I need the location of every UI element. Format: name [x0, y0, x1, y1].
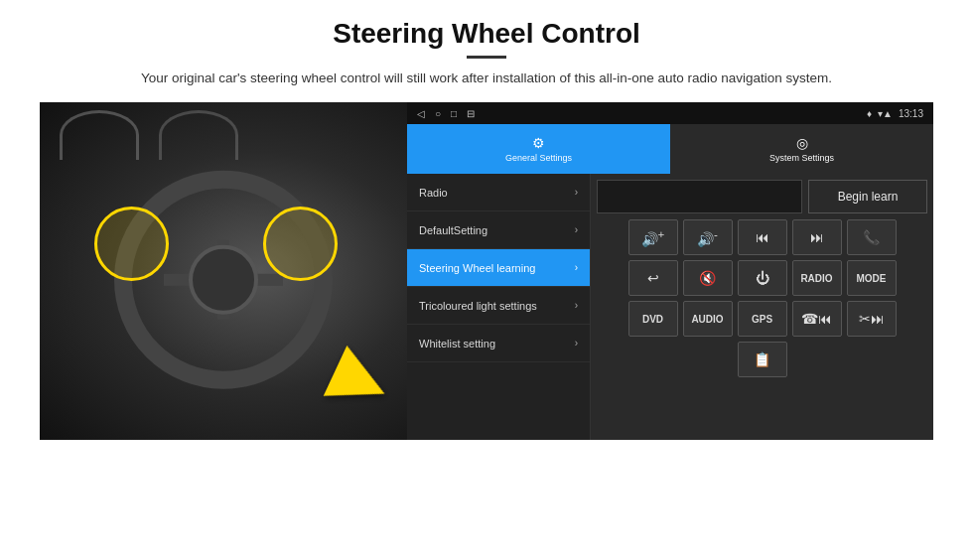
list-icon: 📋 [754, 351, 770, 367]
cut-next-icon: ✂⏭ [859, 311, 885, 327]
vol-up-icon: 🔊+ [641, 227, 665, 247]
mute-icon: 🔇 [699, 270, 716, 286]
menu-item-tricoloured-label: Tricoloured light settings [419, 299, 571, 313]
back-icon[interactable]: ◁ [417, 108, 425, 119]
controls-row-2: ↩ 🔇 ⏻ RADIO MOD [597, 260, 927, 296]
prev-icon: ⏮ [756, 229, 769, 245]
menu-item-default-setting[interactable]: DefaultSetting › [407, 211, 590, 249]
dvd-btn-label: DVD [642, 314, 663, 325]
menu-item-default-label: DefaultSetting [419, 223, 571, 237]
tab-system-label: System Settings [769, 153, 834, 163]
android-panel: ◁ ○ □ ⊟ ♦ ▾▲ 13:13 ⚙ General Settings [407, 102, 933, 440]
menu-item-whitelist[interactable]: Whitelist setting › [407, 325, 590, 362]
phone-icon: 📞 [863, 229, 880, 245]
audio-btn[interactable]: AUDIO [683, 301, 733, 337]
home-icon[interactable]: ○ [435, 108, 441, 119]
status-right: ♦ ▾▲ 13:13 [867, 108, 923, 119]
system-settings-icon: ◎ [796, 135, 808, 151]
mute-btn[interactable]: 🔇 [683, 260, 733, 296]
controls-row-3: DVD AUDIO GPS ☎⏮ [597, 301, 927, 337]
menu-item-radio-label: Radio [419, 186, 571, 200]
menu-icon[interactable]: ⊟ [467, 108, 475, 119]
chevron-tricoloured: › [575, 300, 578, 311]
clock: 13:13 [899, 108, 923, 119]
chevron-radio: › [575, 187, 578, 198]
dvd-btn[interactable]: DVD [628, 301, 678, 337]
highlight-left [94, 207, 169, 281]
chevron-default: › [575, 224, 578, 235]
chevron-whitelist: › [575, 338, 578, 349]
begin-learn-button[interactable]: Begin learn [808, 180, 927, 213]
title-divider [467, 56, 506, 59]
car-image-section [40, 102, 407, 440]
status-bar: ◁ ○ □ ⊟ ♦ ▾▲ 13:13 [407, 102, 933, 124]
power-icon: ⏻ [756, 270, 769, 286]
next-btn[interactable]: ⏭ [792, 219, 842, 255]
mode-btn-label: MODE [857, 273, 887, 284]
menu-item-whitelist-label: Whitelist setting [419, 337, 571, 350]
location-icon: ♦ [867, 108, 872, 119]
gps-btn-label: GPS [752, 314, 772, 325]
chevron-steering: › [575, 262, 578, 273]
input-box[interactable] [597, 180, 802, 213]
tabs-row: ⚙ General Settings ◎ System Settings [407, 124, 933, 174]
controls-grid: 🔊+ 🔊- ⏮ ⏭ 📞 [597, 219, 927, 377]
content-row: ◁ ○ □ ⊟ ♦ ▾▲ 13:13 ⚙ General Settings [40, 102, 933, 440]
vol-down-btn[interactable]: 🔊- [683, 219, 733, 255]
begin-learn-row: Begin learn [597, 180, 927, 213]
arrow-icon [324, 346, 397, 419]
tab-general-label: General Settings [505, 153, 572, 163]
arrow-container [333, 354, 387, 410]
general-settings-icon: ⚙ [532, 135, 545, 151]
phone-prev-icon: ☎⏮ [801, 311, 832, 327]
power-btn[interactable]: ⏻ [738, 260, 787, 296]
controls-row-4: 📋 [597, 342, 927, 377]
phone-btn[interactable]: 📞 [847, 219, 897, 255]
prev-btn[interactable]: ⏮ [738, 219, 787, 255]
menu-list: Radio › DefaultSetting › Steering Wheel … [407, 174, 591, 440]
vol-up-btn[interactable]: 🔊+ [628, 219, 678, 255]
menu-item-steering-wheel[interactable]: Steering Wheel learning › [407, 249, 590, 287]
menu-item-steering-label: Steering Wheel learning [419, 261, 571, 275]
page-wrapper: Steering Wheel Control Your original car… [0, 0, 973, 560]
menu-item-radio[interactable]: Radio › [407, 174, 590, 211]
gps-btn[interactable]: GPS [738, 301, 787, 337]
radio-btn[interactable]: RADIO [792, 260, 842, 296]
signal-icon: ▾▲ [878, 108, 893, 119]
audio-btn-label: AUDIO [691, 314, 723, 325]
steering-wheel-hub [189, 245, 258, 315]
gauge-left [60, 110, 139, 160]
steering-wheel-bg [40, 102, 407, 440]
status-left: ◁ ○ □ ⊟ [417, 108, 475, 119]
vol-down-icon: 🔊- [697, 227, 718, 247]
next-icon: ⏭ [810, 229, 824, 245]
back-call-icon: ↩ [647, 270, 659, 286]
menu-item-tricoloured[interactable]: Tricoloured light settings › [407, 287, 590, 325]
recents-icon[interactable]: □ [451, 108, 457, 119]
gauge-right [159, 110, 238, 160]
main-content: Radio › DefaultSetting › Steering Wheel … [407, 174, 933, 440]
page-subtitle: Your original car's steering wheel contr… [141, 69, 832, 88]
radio-btn-label: RADIO [800, 273, 832, 284]
tab-system-settings[interactable]: ◎ System Settings [670, 124, 933, 174]
tab-general-settings[interactable]: ⚙ General Settings [407, 124, 670, 174]
phone-prev-btn[interactable]: ☎⏮ [792, 301, 842, 337]
right-panel: Begin learn 🔊+ 🔊- [591, 174, 933, 440]
controls-row-1: 🔊+ 🔊- ⏮ ⏭ 📞 [597, 219, 927, 255]
highlight-right [263, 207, 338, 281]
page-title: Steering Wheel Control [333, 18, 640, 50]
mode-btn[interactable]: MODE [847, 260, 897, 296]
cut-next-btn[interactable]: ✂⏭ [847, 301, 897, 337]
back-call-btn[interactable]: ↩ [628, 260, 678, 296]
list-btn[interactable]: 📋 [738, 342, 787, 377]
